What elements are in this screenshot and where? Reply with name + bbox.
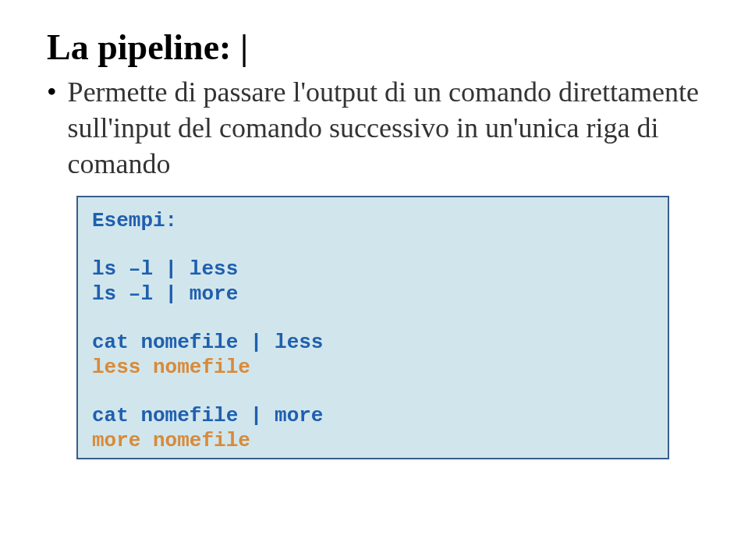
- code-line: more nomefile: [92, 428, 655, 453]
- code-group-3: cat nomefile | more more nomefile: [92, 403, 655, 453]
- code-line: less nomefile: [92, 355, 655, 380]
- bullet-icon: •: [47, 74, 57, 110]
- code-group-1: ls –l | less ls –l | more: [92, 257, 655, 307]
- code-line: ls –l | more: [92, 282, 655, 307]
- code-line: cat nomefile | less: [92, 330, 655, 355]
- slide-title: La pipeline: |: [47, 27, 701, 68]
- bullet-item: • Permette di passare l'output di un com…: [47, 74, 701, 182]
- code-line: ls –l | less: [92, 257, 655, 282]
- code-group-2: cat nomefile | less less nomefile: [92, 330, 655, 380]
- bullet-text: Permette di passare l'output di un coman…: [68, 74, 701, 182]
- example-box: Esempi: ls –l | less ls –l | more cat no…: [76, 196, 669, 459]
- code-line: cat nomefile | more: [92, 403, 655, 428]
- examples-label: Esempi:: [92, 208, 655, 233]
- slide-container: La pipeline: | • Permette di passare l'o…: [0, 0, 748, 491]
